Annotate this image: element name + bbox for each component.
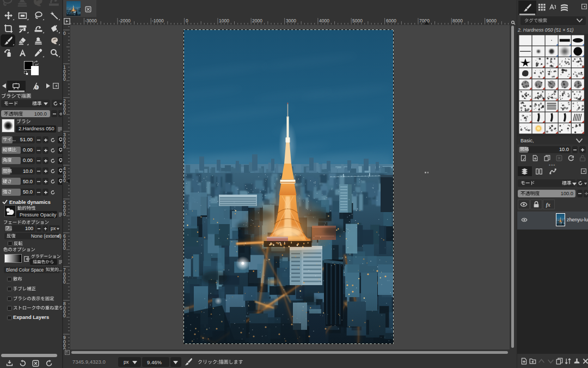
svg-text:0: 0	[63, 76, 66, 82]
svg-text:-2000: -2000	[119, 18, 131, 23]
svg-text:0: 0	[63, 110, 66, 116]
svg-text:7000: 7000	[419, 18, 430, 23]
svg-text:0: 0	[63, 144, 66, 149]
svg-text:0: 0	[63, 279, 66, 285]
svg-text:6: 6	[35, 85, 38, 89]
svg-text:0: 0	[63, 212, 66, 217]
svg-text:-3000: -3000	[85, 18, 97, 23]
svg-text:4000: 4000	[319, 18, 329, 23]
svg-text:fx: fx	[546, 202, 550, 208]
svg-text:0: 0	[63, 178, 66, 183]
svg-text:8000: 8000	[452, 18, 463, 23]
svg-text:0: 0	[63, 313, 66, 318]
svg-text:5000: 5000	[352, 18, 363, 23]
svg-text:0: 0	[63, 245, 66, 251]
svg-text:0: 0	[63, 31, 66, 36]
svg-text:0: 0	[186, 18, 188, 23]
svg-text:1000: 1000	[219, 18, 229, 23]
svg-text:6000: 6000	[386, 18, 396, 23]
svg-text:0: 0	[63, 347, 66, 349]
svg-text:9000: 9000	[486, 18, 497, 23]
svg-text:3000: 3000	[286, 18, 296, 23]
svg-text:-1000: -1000	[152, 18, 164, 23]
svg-text:2000: 2000	[252, 18, 262, 23]
